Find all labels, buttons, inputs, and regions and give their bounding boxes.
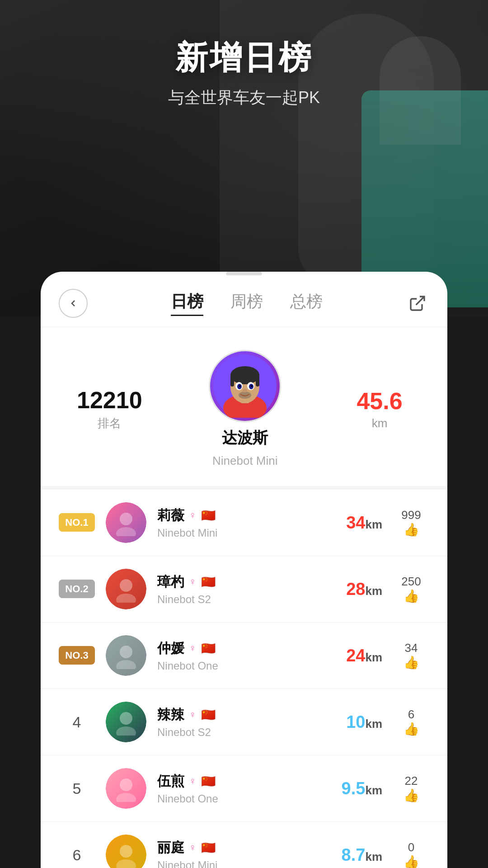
distance-unit: km	[365, 518, 382, 531]
tabs-container: 日榜 周榜 总榜	[88, 291, 406, 316]
user-distance-number: 45.6	[348, 387, 411, 415]
svg-point-4	[230, 366, 259, 384]
likes-cell[interactable]: 999 👍	[393, 508, 429, 537]
distance-unit: km	[365, 850, 382, 863]
user-rank-label: 排名	[77, 415, 142, 431]
rank-number: 5	[73, 780, 81, 797]
leaderboard-row[interactable]: 5 伍煎 ♀ 🇨🇳 Ninebot One 9.5km 22 👍	[41, 755, 447, 822]
user-name-text: 丽庭	[157, 839, 184, 857]
svg-point-17	[120, 579, 132, 592]
leaderboard-row[interactable]: 6 丽庭 ♀ 🇨🇳 Ninebot Mini 8.7km 0 👍	[41, 822, 447, 868]
distance-value: 8.7	[342, 845, 366, 864]
svg-point-19	[120, 646, 132, 658]
gender-icon: ♀	[189, 709, 197, 721]
row-avatar	[106, 635, 146, 676]
avatar-placeholder	[113, 576, 140, 603]
likes-count: 34	[393, 641, 429, 655]
thumb-up-icon: 👍	[404, 722, 419, 736]
user-device-text: Ninebot Mini	[157, 527, 299, 539]
distance-unit: km	[365, 717, 382, 731]
hero-title-block: 新增日榜 与全世界车友一起PK	[0, 0, 488, 109]
user-avatar	[209, 350, 281, 422]
user-info-name: 丽庭 ♀ 🇨🇳	[157, 839, 299, 857]
distance-value: 10	[346, 712, 365, 731]
likes-cell[interactable]: 0 👍	[393, 840, 429, 868]
user-info-cell: 莉薇 ♀ 🇨🇳 Ninebot Mini	[157, 506, 299, 539]
distance-cell: 28km	[310, 580, 382, 599]
svg-point-20	[116, 660, 136, 669]
distance-cell: 24km	[310, 646, 382, 665]
svg-point-26	[116, 859, 136, 868]
distance-cell: 34km	[310, 513, 382, 533]
flag-icon: 🇨🇳	[201, 841, 216, 855]
row-avatar	[106, 702, 146, 742]
rank-badge: NO.2	[59, 580, 94, 598]
flag-icon: 🇨🇳	[201, 708, 216, 722]
svg-point-14	[243, 389, 247, 392]
row-avatar	[106, 569, 146, 609]
tab-daily[interactable]: 日榜	[171, 291, 203, 316]
gender-icon: ♀	[189, 509, 197, 521]
user-info-name: 莉薇 ♀ 🇨🇳	[157, 506, 299, 525]
gender-icon: ♀	[189, 842, 197, 854]
gender-icon: ♀	[189, 576, 197, 588]
user-device-text: Ninebot One	[157, 793, 299, 805]
leaderboard-row[interactable]: 4 辣辣 ♀ 🇨🇳 Ninebot S2 10km 6 👍	[41, 689, 447, 755]
likes-cell[interactable]: 22 👍	[393, 774, 429, 803]
user-rank-block: 12210 排名	[77, 387, 142, 431]
distance-cell: 9.5km	[310, 779, 382, 798]
user-device-text: Ninebot Mini	[157, 859, 299, 868]
back-button[interactable]	[59, 289, 88, 318]
svg-point-16	[116, 527, 136, 536]
thumb-up-icon: 👍	[404, 523, 419, 537]
thumb-up-icon: 👍	[404, 589, 419, 603]
user-info-name: 璋杓 ♀ 🇨🇳	[157, 573, 299, 591]
user-avatar-block[interactable]: 达波斯 Ninebot Mini	[209, 350, 281, 468]
user-info-cell: 辣辣 ♀ 🇨🇳 Ninebot S2	[157, 706, 299, 739]
user-info-cell: 伍煎 ♀ 🇨🇳 Ninebot One	[157, 772, 299, 805]
page-title: 新增日榜	[0, 36, 488, 80]
likes-count: 0	[393, 840, 429, 854]
leaderboard-row[interactable]: NO.3 仲媛 ♀ 🇨🇳 Ninebot One 24km 34 👍	[41, 623, 447, 689]
gender-icon: ♀	[189, 775, 197, 787]
user-device-text: Ninebot S2	[157, 593, 299, 606]
distance-unit: km	[365, 584, 382, 598]
svg-point-24	[116, 793, 136, 802]
distance-value: 24	[346, 646, 365, 665]
svg-point-12	[251, 385, 253, 387]
tab-total[interactable]: 总榜	[290, 291, 323, 316]
thumb-up-icon: 👍	[404, 788, 419, 802]
rank-cell: 6	[59, 846, 95, 864]
flag-icon: 🇨🇳	[201, 509, 216, 523]
likes-count: 250	[393, 575, 429, 589]
avatar-placeholder	[113, 642, 140, 669]
user-distance-block: 45.6 km	[348, 387, 411, 430]
distance-unit: km	[365, 783, 382, 797]
likes-cell[interactable]: 34 👍	[393, 641, 429, 670]
avatar-image	[213, 354, 277, 418]
svg-rect-5	[230, 375, 234, 387]
leaderboard-row[interactable]: NO.2 璋杓 ♀ 🇨🇳 Ninebot S2 28km 250 👍	[41, 556, 447, 623]
rank-badge: NO.1	[59, 513, 94, 532]
likes-cell[interactable]: 250 👍	[393, 575, 429, 604]
user-device-text: Ninebot One	[157, 660, 299, 672]
flag-icon: 🇨🇳	[201, 774, 216, 788]
svg-point-22	[116, 726, 136, 736]
distance-cell: 10km	[310, 712, 382, 732]
distance-value: 9.5	[342, 779, 366, 798]
leaderboard-row[interactable]: NO.1 莉薇 ♀ 🇨🇳 Ninebot Mini 34km 999 👍	[41, 490, 447, 556]
user-rank-number: 12210	[77, 387, 142, 414]
share-button[interactable]	[406, 292, 429, 315]
rank-cell: 5	[59, 780, 95, 797]
avatar-placeholder	[113, 775, 140, 802]
current-user-block: 12210 排名	[41, 327, 447, 490]
likes-cell[interactable]: 6 👍	[393, 708, 429, 736]
distance-unit: km	[365, 651, 382, 664]
thumb-up-icon: 👍	[404, 855, 419, 868]
user-name-text: 璋杓	[157, 573, 184, 591]
tab-weekly[interactable]: 周榜	[230, 291, 263, 316]
user-info-cell: 丽庭 ♀ 🇨🇳 Ninebot Mini	[157, 839, 299, 868]
svg-point-15	[120, 513, 132, 525]
distance-cell: 8.7km	[310, 845, 382, 865]
user-info-cell: 璋杓 ♀ 🇨🇳 Ninebot S2	[157, 573, 299, 606]
